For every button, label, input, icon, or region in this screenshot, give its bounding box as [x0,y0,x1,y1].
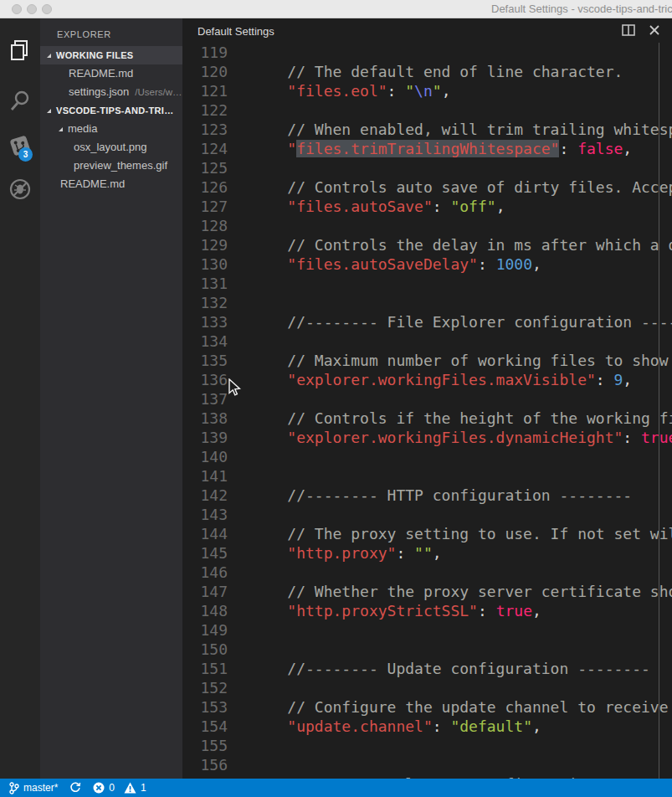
line-number[interactable]: 138 [182,409,228,428]
tree-section-header[interactable]: VSCODE-TIPS-AND-TRI… [40,101,182,120]
line-number[interactable]: 127 [182,197,228,216]
code-line[interactable]: 148 "http.proxyStrictSSL": true, [182,601,672,620]
line-number[interactable]: 143 [182,505,228,524]
code-line[interactable]: 151 //-------- Update configuration ----… [182,659,672,678]
line-number[interactable]: 142 [182,486,228,505]
line-number[interactable]: 136 [182,370,228,389]
code-line[interactable]: 128 [182,216,672,235]
line-number[interactable]: 129 [182,235,228,255]
close-icon[interactable] [649,24,660,36]
tree-item[interactable]: osx_layout.png [40,138,182,157]
line-number[interactable]: 123 [182,120,228,139]
tree-item[interactable]: README.md [40,175,182,193]
code-line[interactable]: 155 [182,736,672,755]
line-number[interactable]: 154 [182,717,228,736]
code-line[interactable]: 131 [182,274,672,293]
line-number[interactable]: 134 [182,332,228,351]
code-line[interactable]: 126 // Controls auto save of dirty files… [182,177,672,197]
code-line[interactable]: 120 // The default end of line character… [182,62,672,81]
explorer-icon[interactable] [0,33,40,67]
search-item[interactable] [0,84,40,117]
line-number[interactable]: 132 [182,293,228,312]
tree-item[interactable]: settings.json/Users/w… [40,83,182,101]
code-line[interactable]: 134 [182,332,672,351]
code-editor[interactable]: 119120 // The default end of line charac… [182,43,672,779]
line-number[interactable]: 148 [182,601,228,620]
tree-item[interactable]: media [40,120,182,138]
code-line[interactable]: 133 //-------- File Explorer configurati… [182,312,672,332]
git-branch-status[interactable]: master* [8,782,58,794]
tree-item-label: README.md [69,64,133,83]
traffic-light-zoom-button[interactable] [42,4,52,14]
tree-item[interactable]: preview_themes.gif [40,157,182,175]
traffic-light-minimize-button[interactable] [27,4,37,14]
line-number[interactable]: 135 [182,351,228,370]
code-line[interactable]: 156 [182,755,672,774]
line-number[interactable]: 147 [182,582,228,601]
code-line[interactable]: 141 [182,466,672,486]
line-number[interactable]: 146 [182,563,228,582]
code-line[interactable]: 119 [182,43,672,62]
line-number[interactable]: 126 [182,177,228,197]
sync-status[interactable] [69,782,81,794]
split-editor-icon[interactable] [622,24,635,36]
line-number[interactable]: 120 [182,62,228,81]
code-line[interactable]: 145 "http.proxy": "", [182,543,672,563]
line-number[interactable]: 130 [182,255,228,274]
code-line[interactable]: 138 // Controls if the height of the wor… [182,409,672,428]
git-item[interactable]: 3 [0,129,40,162]
code-line[interactable]: 129 // Controls the delay in ms after wh… [182,235,672,255]
code-line[interactable]: 149 [182,620,672,640]
code-line[interactable]: 153 // Configure the update channel to r… [182,697,672,717]
line-number[interactable]: 145 [182,543,228,563]
debug-item[interactable] [0,172,40,206]
line-number[interactable]: 153 [182,697,228,717]
line-number[interactable]: 152 [182,678,228,697]
line-number[interactable]: 125 [182,158,228,177]
line-number[interactable]: 137 [182,389,228,409]
line-number[interactable]: 141 [182,466,228,486]
line-number[interactable]: 139 [182,428,228,447]
problems-status[interactable]: 0 1 [93,782,146,794]
line-number[interactable]: 144 [182,524,228,543]
tab-default-settings[interactable]: Default Settings [197,18,274,43]
line-number[interactable]: 131 [182,274,228,293]
tree-section-header[interactable]: WORKING FILES [40,46,182,64]
line-number[interactable]: 128 [182,216,228,235]
code-line[interactable]: 124 "files.trimTrailingWhitespace": fals… [182,139,672,158]
code-line[interactable]: 123 // When enabled, will trim trailing … [182,120,672,139]
code-line[interactable]: 154 "update.channel": "default", [182,717,672,736]
code-line[interactable]: 147 // Whether the proxy server certific… [182,582,672,601]
line-number[interactable]: 155 [182,736,228,755]
line-number[interactable]: 149 [182,620,228,640]
code-line[interactable]: 132 [182,293,672,312]
code-line[interactable]: 142 //-------- HTTP configuration ------… [182,486,672,505]
line-number[interactable]: 140 [182,447,228,466]
line-number[interactable]: 122 [182,100,228,120]
code-line[interactable]: 121 "files.eol": "\n", [182,81,672,100]
code-line[interactable]: 136 "explorer.workingFiles.maxVisible": … [182,370,672,389]
line-number[interactable]: 150 [182,640,228,659]
code-line[interactable]: 122 [182,100,672,120]
code-line[interactable]: 143 [182,505,672,524]
code-line[interactable]: 139 "explorer.workingFiles.dynamicHeight… [182,428,672,447]
code-line[interactable]: 125 [182,158,672,177]
line-number[interactable]: 119 [182,43,228,62]
code-line[interactable]: 140 [182,447,672,466]
code-line[interactable]: 135 // Maximum number of working files t… [182,351,672,370]
code-line[interactable]: 152 [182,678,672,697]
scrollbar-track[interactable] [659,43,659,779]
code-line[interactable]: 130 "files.autoSaveDelay": 1000, [182,255,672,274]
line-number[interactable]: 133 [182,312,228,332]
traffic-light-close-button[interactable] [12,4,22,14]
line-number[interactable]: 124 [182,139,228,158]
line-number[interactable]: 121 [182,81,228,100]
line-number[interactable]: 156 [182,755,228,774]
code-line[interactable]: 144 // The proxy setting to use. If not … [182,524,672,543]
code-line[interactable]: 127 "files.autoSave": "off", [182,197,672,216]
code-line[interactable]: 150 [182,640,672,659]
line-number[interactable]: 151 [182,659,228,678]
code-line[interactable]: 137 [182,389,672,409]
code-line[interactable]: 146 [182,563,672,582]
tree-item[interactable]: README.md [40,64,182,83]
